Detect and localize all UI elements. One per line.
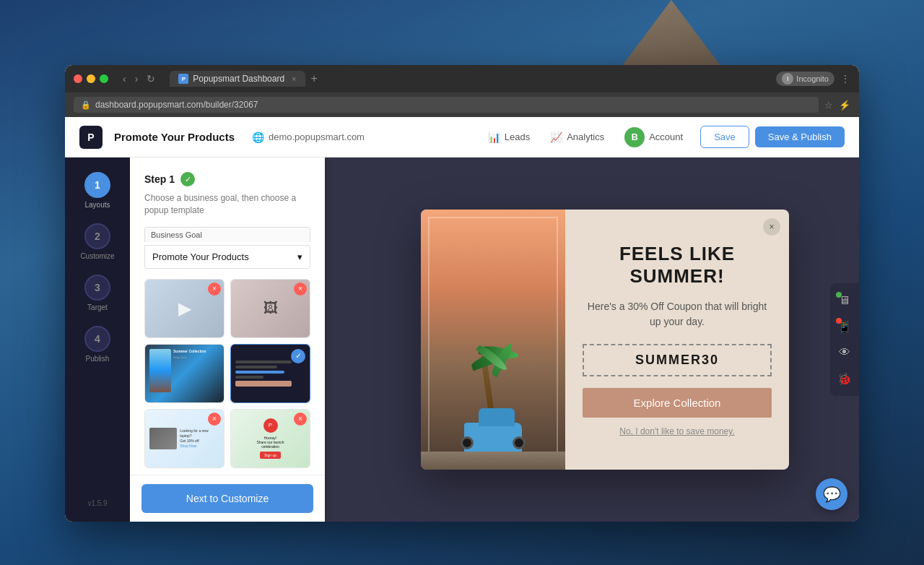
van-wheel-2: [513, 436, 526, 449]
app-logo: P: [79, 126, 103, 149]
app-header: P Promote Your Products 🌐 demo.popupsmar…: [65, 117, 859, 158]
template-remove-1[interactable]: ×: [208, 282, 221, 296]
nav-leads[interactable]: 📊 Leads: [479, 127, 539, 147]
ground: [421, 452, 565, 470]
selected-badge: ✓: [291, 349, 305, 363]
template-remove-2[interactable]: ×: [294, 282, 307, 296]
globe-icon: 🌐: [252, 131, 264, 143]
van-wheel-1: [461, 436, 474, 449]
url-text: dashboard.popupsmart.com/builder/32067: [95, 100, 258, 110]
step-description: Choose a business goal, then choose a po…: [144, 192, 310, 217]
title-line-1: FEELS LIKE: [619, 243, 735, 264]
nav-buttons: ‹ › ↻: [120, 72, 158, 86]
desktop-view-button[interactable]: 🖥: [833, 289, 856, 312]
save-publish-button[interactable]: Save & Publish: [755, 126, 845, 147]
user-avatar-small: I: [782, 73, 793, 85]
coupon-code: SUMMER30: [583, 344, 772, 376]
chat-icon: 💬: [823, 486, 841, 503]
business-goal-dropdown[interactable]: Promote Your Products ▾: [144, 245, 310, 269]
extension-icons: ☆ ⚡: [824, 100, 850, 111]
leads-icon: 📊: [488, 131, 500, 143]
step-title: Step 1: [144, 173, 175, 185]
template-card-image[interactable]: ×: [230, 279, 310, 338]
reload-button[interactable]: ↻: [144, 72, 158, 86]
sidebar-step-1[interactable]: 1 Layouts: [84, 172, 110, 209]
close-button[interactable]: [74, 74, 82, 83]
more-options-icon[interactable]: ⋮: [840, 73, 850, 85]
step-1-circle: 1: [84, 172, 110, 198]
account-avatar: B: [624, 127, 645, 147]
sidebar-version: v1.5.9: [87, 499, 107, 507]
business-goal-label: Business Goal: [144, 227, 310, 242]
maximize-button[interactable]: [100, 74, 108, 83]
main-canvas: Step 1 ✓ Choose a business goal, then ch…: [130, 158, 859, 522]
panel-content: Step 1 ✓ Choose a business goal, then ch…: [130, 158, 325, 475]
preview-content-section: FEELS LIKE SUMMER! Here's a 30% Off Coup…: [565, 210, 789, 470]
decline-link[interactable]: No, I don't like to save money.: [619, 426, 734, 436]
chat-fab-button[interactable]: 💬: [816, 478, 847, 510]
step-3-circle: 3: [84, 275, 110, 301]
green-circle-icon: P: [263, 418, 278, 433]
template-card-video[interactable]: ×: [144, 279, 225, 338]
sidebar-step-3[interactable]: 3 Target: [84, 275, 110, 311]
sidebar: 1 Layouts 2 Customize 3 Target 4 Publish: [65, 158, 130, 522]
save-button[interactable]: Save: [700, 126, 749, 148]
nav-analytics[interactable]: 📈 Analytics: [541, 127, 613, 147]
sidebar-step-4[interactable]: 4 Publish: [84, 326, 110, 363]
address-bar[interactable]: 🔒 dashboard.popupsmart.com/builder/32067: [74, 97, 819, 113]
step-2-circle: 2: [84, 223, 110, 249]
preview-image-section: [421, 210, 565, 470]
nav-account[interactable]: B Account: [616, 123, 692, 152]
step-check-icon: ✓: [180, 172, 195, 186]
ext-icon-2: ⚡: [839, 100, 850, 111]
traffic-lights: [74, 74, 108, 83]
browser-tab[interactable]: P Popupsmart Dashboard ×: [170, 71, 305, 87]
forward-button[interactable]: ›: [132, 72, 141, 86]
dropdown-value: Promote Your Products: [152, 251, 249, 262]
user-name: Incognito: [796, 74, 829, 83]
preview-popup: ×: [421, 210, 789, 470]
preview-button[interactable]: 👁: [833, 341, 856, 364]
template-card-summer[interactable]: Summer Collection Shop Now: [144, 344, 225, 403]
step-1-label: Layouts: [84, 201, 110, 209]
nav-analytics-label: Analytics: [567, 131, 604, 142]
debug-button[interactable]: 🐞: [833, 367, 856, 390]
tab-bar: P Popupsmart Dashboard × +: [170, 71, 770, 87]
minimize-button[interactable]: [87, 74, 95, 83]
back-button[interactable]: ‹: [120, 72, 129, 86]
template-remove-5[interactable]: ×: [208, 413, 221, 426]
lock-icon: 🔒: [81, 100, 91, 110]
new-tab-button[interactable]: +: [311, 72, 318, 85]
preview-title: FEELS LIKE SUMMER!: [619, 243, 735, 288]
tab-title: Popupsmart Dashboard: [193, 74, 284, 84]
app-title: Promote Your Products: [114, 131, 235, 143]
preview-close-button[interactable]: ×: [763, 218, 780, 236]
preview-inner: FEELS LIKE SUMMER! Here's a 30% Off Coup…: [421, 210, 789, 470]
ext-icon-1: ☆: [824, 100, 833, 111]
app-body: 1 Layouts 2 Customize 3 Target 4 Publish: [65, 158, 859, 522]
laptop-image: [149, 428, 177, 449]
next-to-customize-button[interactable]: Next to Customize: [141, 484, 313, 513]
explore-collection-button[interactable]: Explore Collection: [583, 388, 772, 418]
title-line-2: SUMMER!: [629, 265, 724, 287]
tab-close-icon[interactable]: ×: [292, 74, 296, 83]
panel-footer: Next to Customize: [130, 475, 325, 522]
template-card-dark[interactable]: ✓: [230, 344, 310, 403]
step-2-label: Customize: [80, 252, 114, 260]
van: [464, 423, 522, 455]
step-3-label: Target: [87, 303, 108, 311]
template-grid: × ×: [144, 279, 310, 468]
preview-subtitle: Here's a 30% Off Coupon that will bright…: [583, 299, 772, 329]
sidebar-step-2[interactable]: 2 Customize: [80, 223, 114, 260]
eye-icon: 👁: [839, 346, 850, 359]
bug-icon: 🐞: [837, 372, 852, 386]
template-card-laptop[interactable]: × Looking for a new laptop?Get 10% offSh…: [144, 409, 225, 468]
template-card-green[interactable]: × P Hooray!Share our launchcelebration S…: [230, 409, 310, 468]
preview-image-background: [421, 210, 565, 470]
address-bar-row: 🔒 dashboard.popupsmart.com/builder/32067…: [65, 92, 859, 117]
template-remove-6[interactable]: ×: [294, 413, 307, 426]
mobile-view-button[interactable]: 📱: [833, 315, 856, 338]
step-header: Step 1 ✓: [144, 172, 310, 186]
header-url: 🌐 demo.popupsmart.com: [252, 131, 365, 143]
site-url: demo.popupsmart.com: [269, 131, 365, 142]
